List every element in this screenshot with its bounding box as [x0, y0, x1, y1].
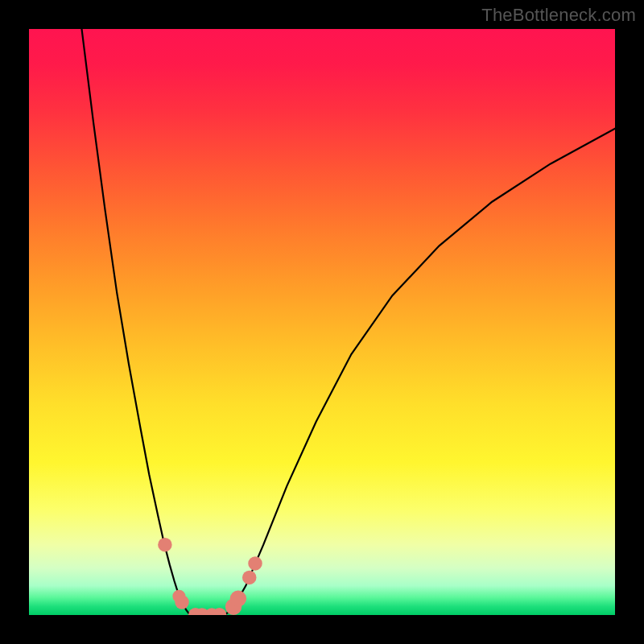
- data-marker: [175, 595, 188, 609]
- plot-area: [29, 29, 615, 615]
- chart-stage: TheBottleneck.com: [0, 0, 644, 644]
- data-marker: [242, 571, 256, 584]
- data-marker: [248, 556, 262, 570]
- curve-layer: [29, 29, 615, 615]
- data-marker: [158, 538, 171, 551]
- watermark-text: TheBottleneck.com: [481, 5, 636, 26]
- bottleneck-curve: [82, 29, 615, 615]
- data-marker: [230, 590, 246, 606]
